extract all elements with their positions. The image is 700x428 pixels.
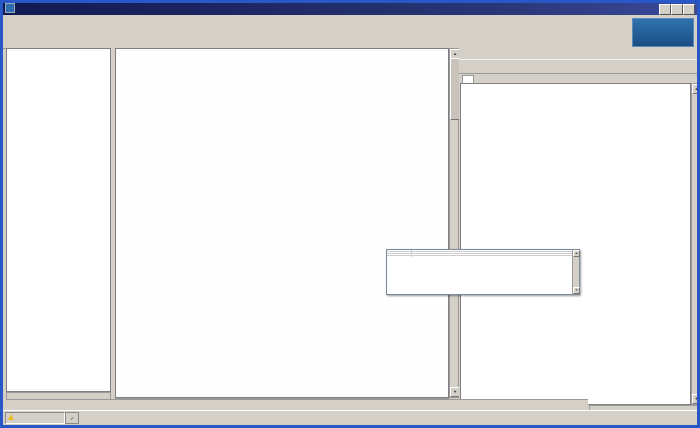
- table-vscrollbar[interactable]: ▲ ▼: [691, 83, 700, 405]
- panel-tabs: [459, 48, 700, 59]
- bib-file-tabs: [459, 72, 700, 83]
- references-table: [460, 83, 691, 405]
- docear-logo: [632, 18, 694, 47]
- attribute-key-label: [387, 250, 412, 251]
- attribute-key-value: [412, 250, 579, 251]
- window-controls: [659, 4, 695, 15]
- popup-scroll-up-icon[interactable]: ▲: [573, 250, 580, 257]
- popup-scroll-down-icon[interactable]: ▼: [573, 287, 580, 294]
- warning-icon: [8, 414, 14, 420]
- status-text: [81, 412, 693, 422]
- mindmap-vscrollbar[interactable]: ▲ ▼: [449, 48, 459, 398]
- attribute-title-value: [412, 252, 579, 253]
- main-toolbar: [3, 25, 697, 36]
- error-count[interactable]: [5, 412, 65, 424]
- attribute-authors-label: [387, 254, 412, 255]
- docear-window: ▲ ▼ ◀ ▶ ▲ ▼: [0, 0, 700, 428]
- attribute-title-label: [387, 252, 412, 253]
- attribute-row: [387, 256, 579, 257]
- status-bar: ✓: [3, 410, 697, 425]
- node-attributes-popup: ▲ ▼: [386, 249, 580, 295]
- minimize-button[interactable]: [659, 4, 671, 15]
- table-scroll-up-icon[interactable]: ▲: [692, 84, 700, 94]
- references-panel: ▲ ▼: [459, 48, 700, 411]
- table-scroll-down-icon[interactable]: ▼: [692, 394, 700, 404]
- restore-button[interactable]: [671, 4, 683, 15]
- mindmap-nodes: [116, 49, 449, 398]
- app-icon: [5, 3, 15, 13]
- popup-scrollbar[interactable]: ▲ ▼: [572, 250, 579, 294]
- close-button[interactable]: [683, 4, 695, 15]
- attribute-authors-value: [412, 254, 579, 255]
- annotation-status-icon: ✓: [65, 412, 79, 424]
- title-bar: [3, 3, 697, 15]
- mindmap-canvas[interactable]: [115, 48, 449, 398]
- attribute-year-label: [387, 256, 412, 257]
- workspace-tree: [6, 48, 111, 392]
- attribute-year-value: [412, 256, 579, 257]
